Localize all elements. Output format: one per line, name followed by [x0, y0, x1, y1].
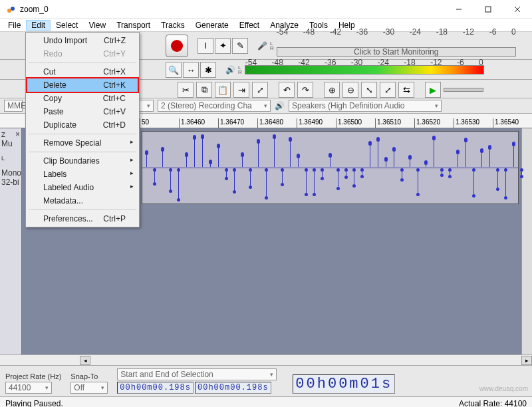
mute-button[interactable]: Mu: [1, 139, 13, 148]
trim-icon[interactable]: ⇥: [233, 82, 249, 98]
fit-selection-icon[interactable]: ⤡: [361, 82, 377, 98]
vertical-scrollbar[interactable]: [521, 128, 532, 354]
actual-rate: Actual Rate: 44100: [459, 399, 527, 408]
selection-tool-icon[interactable]: I: [198, 38, 213, 54]
recording-meter[interactable]: Click to Start Monitoring: [277, 47, 516, 57]
lr-label: LR: [270, 41, 274, 51]
undo-icon[interactable]: ↶: [279, 82, 295, 98]
sample-stem: [298, 155, 299, 168]
sample-stem: [489, 146, 490, 167]
paste-icon[interactable]: 📋: [215, 82, 231, 98]
menu-item-undo-import[interactable]: Undo ImportCtrl+Z: [27, 34, 138, 47]
timeline-tick: 1.36540: [493, 118, 532, 128]
timeline-tick: 1.36460: [179, 118, 218, 128]
sample-stem: [170, 168, 171, 192]
recording-channels-combo[interactable]: 2 (Stereo) Recording Cha: [158, 100, 271, 112]
selection-start-field[interactable]: 00h00m00.198s: [117, 382, 194, 394]
sample-stem: [282, 168, 283, 185]
snap-to-label: Snap-To: [70, 372, 108, 380]
sample-stem: [450, 168, 450, 177]
play-at-speed-icon[interactable]: ▶: [425, 82, 441, 98]
timeline-tick: 1.36530: [454, 118, 493, 128]
minimize-button[interactable]: [444, 0, 473, 19]
menu-tracks[interactable]: Tracks: [156, 20, 190, 31]
menu-item-metadata-[interactable]: Metadata...: [27, 194, 138, 207]
menu-item-copy[interactable]: CopyCtrl+C: [27, 92, 138, 105]
sample-stem: [266, 168, 267, 198]
timeline-tick: 1.36510: [375, 118, 414, 128]
copy-icon[interactable]: ⧉: [196, 82, 212, 98]
envelope-tool-icon[interactable]: ✦: [215, 38, 231, 54]
zoom-toggle-icon[interactable]: ⇆: [398, 82, 414, 98]
project-rate-combo[interactable]: 44100: [5, 382, 52, 394]
timeline-tick: 1.36500: [336, 118, 375, 128]
mic-icon: 🎤: [257, 41, 267, 51]
selection-toolbar: Project Rate (Hz) 44100 Snap-To Off Star…: [0, 365, 532, 396]
record-button[interactable]: [166, 35, 188, 57]
sample-stem: [258, 140, 259, 167]
sample-stem: [306, 168, 307, 195]
speaker-icon: 🔊: [225, 65, 235, 74]
lr-label: LR: [238, 65, 242, 74]
fit-project-icon[interactable]: ⤢: [380, 82, 396, 98]
track-close-icon[interactable]: ×: [15, 130, 20, 139]
menu-item-duplicate[interactable]: DuplicateCtrl+D: [27, 118, 138, 132]
menu-file[interactable]: File: [3, 20, 26, 31]
maximize-button[interactable]: [473, 0, 503, 19]
audio-host-combo[interactable]: MME: [4, 100, 23, 112]
menu-select[interactable]: Select: [51, 20, 83, 31]
multi-tool-icon[interactable]: ✱: [200, 62, 216, 78]
menu-item-delete[interactable]: DeleteCtrl+K: [27, 78, 138, 92]
svg-point-0: [7, 9, 11, 13]
selection-end-field[interactable]: 00h00m00.198s: [195, 382, 271, 394]
zoom-in-icon[interactable]: ⊕: [324, 82, 340, 98]
menu-effect[interactable]: Effect: [234, 20, 265, 31]
menu-edit[interactable]: Edit: [26, 20, 51, 31]
sample-stem: [354, 168, 354, 186]
track-control-panel[interactable]: × z Mu L Mono 32-bi: [0, 128, 22, 354]
menu-item-labeled-audio[interactable]: Labeled Audio▸: [27, 181, 138, 194]
speaker-icon: 🔊: [275, 101, 285, 110]
status-text: Playing Paused.: [5, 399, 63, 408]
menu-item-cut[interactable]: CutCtrl+X: [27, 65, 138, 78]
svg-point-1: [11, 7, 15, 11]
sample-stem: [290, 138, 291, 167]
sample-stem: [154, 168, 155, 184]
menu-view[interactable]: View: [83, 20, 111, 31]
sample-stem: [146, 152, 147, 167]
project-rate-label: Project Rate (Hz): [5, 372, 61, 380]
menu-item-paste[interactable]: PasteCtrl+V: [27, 105, 138, 118]
selection-mode-combo[interactable]: Start and End of Selection: [117, 368, 277, 380]
draw-tool-icon[interactable]: ✎: [232, 38, 248, 54]
cut-icon[interactable]: ✂: [178, 82, 194, 98]
timeshift-tool-icon[interactable]: ↔: [183, 62, 199, 78]
menu-item-remove-special[interactable]: Remove Special▸: [27, 136, 138, 150]
menu-transport[interactable]: Transport: [111, 20, 156, 31]
scroll-right-icon[interactable]: ▸: [521, 356, 532, 365]
menu-item-labels[interactable]: Labels▸: [27, 168, 138, 181]
sample-stem: [473, 168, 474, 196]
silence-icon[interactable]: ⤢: [252, 82, 268, 98]
audio-position-field[interactable]: 00h00m01s: [293, 374, 395, 394]
horizontal-scrollbar[interactable]: ◂ ▸: [0, 354, 532, 365]
menu-item-clip-boundaries[interactable]: Clip Boundaries▸: [27, 154, 138, 168]
redo-icon[interactable]: ↷: [297, 82, 313, 98]
playback-meter[interactable]: -54-48-42-36-30-24-18-12-60: [245, 65, 484, 74]
menu-generate[interactable]: Generate: [190, 20, 234, 31]
timeline-tick: 1.36520: [414, 118, 454, 128]
sample-stem: [513, 143, 514, 167]
timeline-tick: 1.36480: [257, 118, 297, 128]
sample-stem: [274, 136, 275, 167]
menu-item-preferences-[interactable]: Preferences...Ctrl+P: [27, 212, 138, 225]
close-button[interactable]: [503, 0, 532, 19]
scroll-left-icon[interactable]: ◂: [80, 356, 90, 365]
snap-to-combo[interactable]: Off: [70, 382, 108, 394]
sample-stem: [505, 168, 506, 198]
playback-device-combo[interactable]: Speakers (High Definition Audio: [289, 100, 442, 112]
timeline-tick: 1.36490: [297, 118, 336, 128]
sample-stem: [218, 145, 219, 167]
zoom-out-icon[interactable]: ⊖: [342, 82, 358, 98]
sample-stem: [481, 150, 482, 167]
zoom-tool-icon[interactable]: 🔍: [166, 62, 182, 78]
speed-slider[interactable]: [444, 88, 483, 92]
